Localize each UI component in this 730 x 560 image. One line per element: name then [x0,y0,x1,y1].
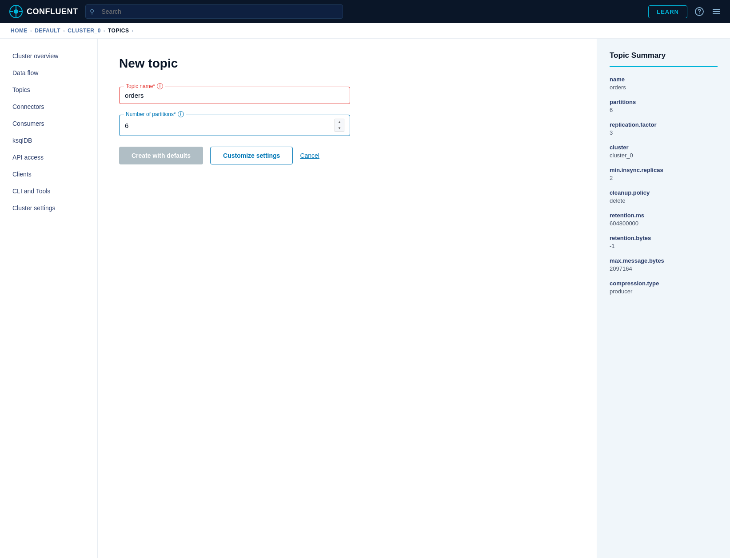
summary-row: clustercluster_0 [610,144,718,159]
sidebar-item-topics[interactable]: Topics [0,81,97,98]
topic-name-group: Topic name* i [119,87,575,104]
summary-key: max.message.bytes [610,257,718,264]
summary-value: 604800000 [610,220,718,227]
sidebar-item-cluster-overview[interactable]: Cluster overview [0,48,97,64]
sidebar-item-ksqldb[interactable]: ksqlDB [0,132,97,149]
nav-right: LEARN [648,5,721,18]
breadcrumb-home[interactable]: HOME [11,28,28,34]
summary-value: 2097164 [610,265,718,272]
learn-button[interactable]: LEARN [648,5,687,18]
breadcrumb-sep-3: › [104,28,105,33]
summary-row: compression.typeproducer [610,280,718,295]
page-title: New topic [119,56,575,71]
summary-row: retention.bytes-1 [610,235,718,249]
summary-row: partitions6 [610,99,718,113]
topic-summary-panel: Topic Summary nameorderspartitions6repli… [597,39,730,558]
confluent-logo-icon [9,4,23,19]
partitions-group: Number of partitions* i ▲ ▼ [119,115,575,136]
summary-value: producer [610,288,718,295]
summary-row: max.message.bytes2097164 [610,257,718,272]
topic-name-info-icon[interactable]: i [157,83,163,89]
sidebar-item-connectors[interactable]: Connectors [0,98,97,115]
summary-key: compression.type [610,280,718,287]
partitions-increment-button[interactable]: ▲ [335,119,344,125]
menu-icon-button[interactable] [711,7,721,16]
logo-text: CONFLUENT [27,7,78,16]
sidebar: Cluster overview Data flow Topics Connec… [0,39,98,558]
create-with-defaults-button[interactable]: Create with defaults [119,147,203,164]
action-buttons: Create with defaults Customize settings … [119,147,575,164]
summary-value: cluster_0 [610,152,718,159]
search-icon: ⚲ [90,8,94,15]
partitions-info-icon[interactable]: i [178,111,184,117]
topic-name-input[interactable] [125,91,344,100]
breadcrumb-sep-1: › [30,28,32,33]
breadcrumb-sep-2: › [63,28,65,33]
sidebar-item-api-access[interactable]: API access [0,149,97,166]
summary-rows: nameorderspartitions6replication.factor3… [610,76,718,295]
cancel-button[interactable]: Cancel [300,152,319,159]
summary-row: cleanup.policydelete [610,189,718,204]
summary-value: delete [610,197,718,204]
customize-settings-button[interactable]: Customize settings [210,147,293,164]
main-content: New topic Topic name* i Number of partit… [98,39,597,558]
partitions-field-wrap: Number of partitions* i ▲ ▼ [119,115,350,136]
breadcrumb-topics[interactable]: TOPICS [108,28,129,34]
svg-point-1 [14,9,18,14]
partitions-input[interactable] [125,121,335,130]
summary-key: cluster [610,144,718,151]
partition-input-wrap: ▲ ▼ [125,119,344,132]
summary-key: partitions [610,99,718,105]
summary-row: min.insync.replicas2 [610,167,718,181]
partitions-stepper: ▲ ▼ [335,119,344,132]
breadcrumb-default[interactable]: DEFAULT [35,28,60,34]
top-navbar: CONFLUENT ⚲ LEARN [0,0,730,23]
topic-name-label: Topic name* i [124,83,165,89]
sidebar-item-consumers[interactable]: Consumers [0,115,97,132]
breadcrumb: HOME › DEFAULT › CLUSTER_0 › TOPICS › [0,23,730,39]
help-icon [694,7,704,16]
summary-key: name [610,76,718,83]
sidebar-item-cluster-settings[interactable]: Cluster settings [0,200,97,216]
breadcrumb-sep-4: › [132,28,133,33]
summary-key: retention.bytes [610,235,718,241]
sidebar-item-cli-and-tools[interactable]: CLI and Tools [0,183,97,200]
hamburger-icon [711,7,721,16]
topic-name-field-wrap: Topic name* i [119,87,350,104]
svg-point-7 [699,13,700,14]
summary-key: retention.ms [610,212,718,219]
summary-value: 6 [610,107,718,113]
topic-summary-title: Topic Summary [610,51,718,67]
summary-value: 3 [610,129,718,136]
partitions-label: Number of partitions* i [124,111,186,117]
summary-value: -1 [610,243,718,249]
summary-key: min.insync.replicas [610,167,718,173]
summary-row: replication.factor3 [610,121,718,136]
help-icon-button[interactable] [694,7,704,16]
search-input[interactable] [85,4,343,19]
breadcrumb-cluster[interactable]: CLUSTER_0 [68,28,101,34]
summary-value: orders [610,84,718,91]
summary-key: cleanup.policy [610,189,718,196]
sidebar-item-data-flow[interactable]: Data flow [0,64,97,81]
summary-key: replication.factor [610,121,718,128]
summary-row: retention.ms604800000 [610,212,718,227]
main-layout: Cluster overview Data flow Topics Connec… [0,39,730,558]
logo: CONFLUENT [9,4,78,19]
partitions-decrement-button[interactable]: ▼ [335,125,344,132]
summary-row: nameorders [610,76,718,91]
search-container: ⚲ [85,4,343,19]
sidebar-item-clients[interactable]: Clients [0,166,97,183]
summary-value: 2 [610,175,718,181]
